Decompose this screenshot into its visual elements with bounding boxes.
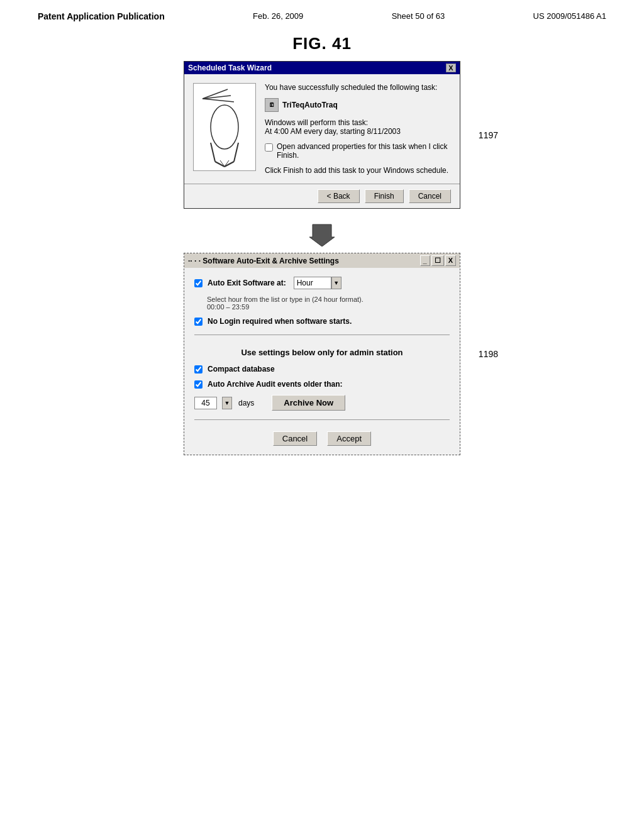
archive-minimize-button[interactable]: _ — [420, 255, 430, 266]
auto-archive-label: Auto Archive Audit events older than: — [208, 380, 342, 389]
patent-date: Feb. 26, 2009 — [253, 11, 303, 21]
wizard-close-button[interactable]: X — [446, 64, 456, 72]
wizard-task-name: TriTeqAutoTraq — [282, 101, 338, 109]
divider-2 — [194, 419, 450, 420]
patent-sheet: Sheet 50 of 63 — [392, 11, 445, 21]
compact-label: Compact database — [208, 365, 275, 374]
page-header: Patent Application Publication Feb. 26, … — [0, 0, 644, 28]
wizard-task-row: 🗓 TriTeqAutoTraq — [265, 98, 451, 112]
archive-cancel-button[interactable]: Cancel — [273, 431, 317, 446]
svg-line-2 — [203, 99, 234, 102]
task-icon: 🗓 — [265, 98, 279, 112]
auto-archive-row: Auto Archive Audit events older than: — [194, 380, 450, 389]
wizard-dialog-container: Scheduled Task Wizard X — [184, 61, 460, 209]
pen-illustration — [196, 86, 253, 168]
archive-footer: Cancel Accept — [194, 431, 450, 446]
no-login-label: No Login required when software starts. — [208, 317, 352, 326]
svg-line-4 — [211, 143, 215, 162]
wizard-success-text: You have successfully scheduled the foll… — [265, 83, 451, 92]
figure-label: FIG. 41 — [292, 34, 352, 53]
archive-window-controls: _ ☐ X — [420, 255, 456, 266]
svg-point-3 — [211, 105, 238, 149]
compact-checkbox[interactable] — [194, 365, 203, 374]
auto-exit-row: Auto Exit Software at: Hour ▼ — [194, 277, 450, 289]
divider-1 — [194, 335, 450, 335]
archive-now-button[interactable]: Archive Now — [272, 395, 345, 411]
wizard-back-button[interactable]: < Back — [318, 189, 360, 203]
archive-maximize-button[interactable]: ☐ — [431, 255, 444, 266]
wizard-image — [193, 83, 256, 171]
hour-hint: Select hour from the list or type in (24… — [207, 296, 450, 311]
archive-dialog: ·· · · Software Auto-Exit & Archive Sett… — [184, 253, 460, 455]
wizard-windows-will: Windows will perform this task: At 4:00 … — [265, 118, 451, 136]
hour-select[interactable]: Hour — [294, 277, 331, 289]
no-login-checkbox[interactable] — [194, 318, 203, 326]
days-label: days — [238, 399, 254, 407]
wizard-checkbox-label: Open advanced properties for this task w… — [277, 142, 451, 160]
svg-marker-10 — [309, 224, 335, 246]
hour-range: 00:00 – 23:59 — [207, 303, 249, 311]
archive-title: ·· · · Software Auto-Exit & Archive Sett… — [188, 257, 339, 265]
wizard-open-props-checkbox[interactable] — [265, 143, 273, 152]
archive-body: Auto Exit Software at: Hour ▼ Select hou… — [184, 268, 460, 455]
arrow-down — [309, 221, 335, 246]
days-input[interactable] — [194, 397, 217, 409]
archive-accept-button[interactable]: Accept — [327, 431, 371, 446]
wizard-checkbox-row: Open advanced properties for this task w… — [265, 142, 451, 160]
wizard-schedule-text: At 4:00 AM every day, starting 8/11/2003 — [265, 127, 401, 136]
wizard-title: Scheduled Task Wizard — [188, 64, 272, 72]
content-area: FIG. 41 Scheduled Task Wizard X — [0, 28, 644, 462]
days-dropdown-arrow[interactable]: ▼ — [222, 397, 232, 409]
no-login-row: No Login required when software starts. — [194, 317, 450, 326]
wizard-footer: < Back Finish Cancel — [184, 184, 460, 208]
ref-1198: 1198 — [479, 349, 498, 359]
svg-line-5 — [234, 143, 238, 162]
wizard-content: You have successfully scheduled the foll… — [265, 83, 451, 175]
wizard-finish-text: Click Finish to add this task to your Wi… — [265, 166, 451, 175]
down-arrow-icon — [309, 221, 335, 246]
wizard-dialog: Scheduled Task Wizard X — [184, 61, 460, 209]
auto-exit-label: Auto Exit Software at: — [208, 279, 286, 287]
wizard-body: You have successfully scheduled the foll… — [184, 74, 460, 184]
days-row: ▼ days Archive Now — [194, 395, 450, 411]
patent-number: US 2009/051486 A1 — [533, 11, 606, 21]
auto-archive-checkbox[interactable] — [194, 380, 203, 389]
wizard-titlebar: Scheduled Task Wizard X — [184, 62, 460, 74]
archive-close-button[interactable]: X — [445, 255, 456, 266]
ref-1197: 1197 — [479, 130, 498, 140]
wizard-finish-button[interactable]: Finish — [365, 189, 404, 203]
archive-dialog-container: ·· · · Software Auto-Exit & Archive Sett… — [184, 253, 460, 455]
hour-select-group: Hour ▼ — [294, 277, 341, 289]
hour-dropdown-arrow[interactable]: ▼ — [331, 277, 341, 289]
admin-section-label: Use settings below only for admin statio… — [194, 348, 450, 357]
auto-exit-checkbox[interactable] — [194, 279, 203, 287]
archive-titlebar: ·· · · Software Auto-Exit & Archive Sett… — [184, 253, 460, 268]
wizard-cancel-button[interactable]: Cancel — [409, 189, 451, 203]
compact-row: Compact database — [194, 365, 450, 374]
patent-title: Patent Application Publication — [38, 11, 165, 21]
